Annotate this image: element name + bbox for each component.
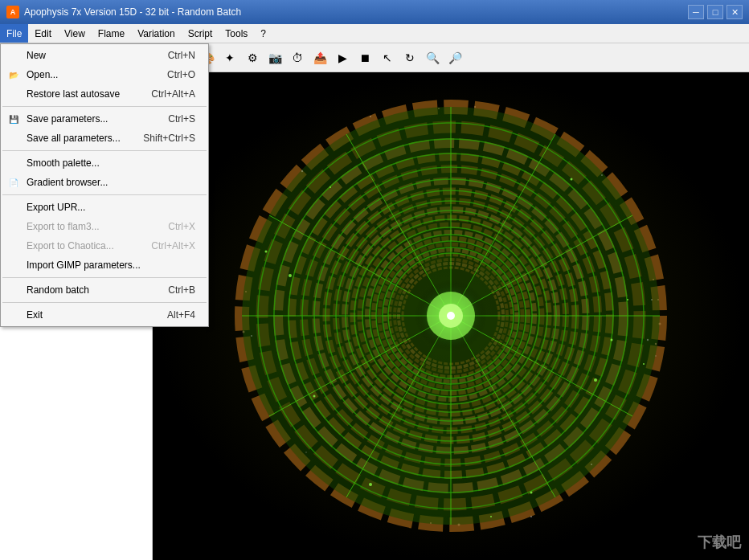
svg-point-58: [651, 299, 653, 300]
menu-open[interactable]: 📂 Open... Ctrl+O: [1, 65, 208, 84]
menu-script[interactable]: Script: [182, 24, 219, 43]
title-bar: A Apophysis 7x Version 15D - 32 bit - Ra…: [0, 0, 749, 24]
menu-view[interactable]: View: [58, 24, 92, 43]
fractal-svg: [153, 72, 749, 560]
svg-point-48: [627, 299, 628, 300]
menu-tools[interactable]: Tools: [219, 24, 254, 43]
doc-icon: 📄: [7, 176, 20, 189]
svg-point-47: [594, 378, 597, 382]
svg-point-60: [655, 355, 657, 357]
separator-2: [2, 150, 207, 151]
menu-export-flam3: Export to flam3... Ctrl+X: [1, 217, 208, 236]
svg-point-71: [447, 312, 455, 320]
svg-point-61: [251, 335, 252, 337]
svg-point-75: [653, 279, 654, 280]
watermark: 下载吧: [698, 533, 741, 552]
toolbar-camera-btn[interactable]: 📷: [264, 47, 285, 68]
toolbar-zoomin-btn[interactable]: 🔍: [422, 47, 443, 68]
svg-point-80: [474, 106, 476, 108]
menu-help[interactable]: ?: [254, 24, 272, 43]
svg-point-67: [301, 170, 303, 172]
svg-point-53: [530, 492, 533, 494]
canvas-area[interactable]: 下载吧: [153, 72, 749, 560]
toolbar-cursor-btn[interactable]: ↖: [377, 47, 398, 68]
svg-point-57: [490, 516, 492, 517]
svg-point-50: [289, 274, 292, 277]
svg-point-56: [265, 251, 268, 253]
menu-variation[interactable]: Variation: [131, 24, 181, 43]
menu-import-gimp[interactable]: Import GIMP parameters...: [1, 255, 208, 275]
menu-restore[interactable]: Restore last autosave Ctrl+Alt+A: [1, 84, 208, 104]
separator-5: [2, 302, 207, 303]
svg-point-55: [643, 363, 645, 365]
svg-point-72: [659, 323, 661, 325]
svg-point-51: [571, 178, 573, 181]
menu-flame[interactable]: Flame: [92, 24, 131, 43]
separator-4: [2, 277, 207, 278]
menu-save[interactable]: 💾 Save parameters... Ctrl+S: [1, 109, 208, 129]
svg-point-78: [458, 524, 460, 526]
svg-point-79: [430, 522, 432, 524]
menu-bar: File Edit View Flame Variation Script To…: [0, 24, 749, 43]
menu-edit[interactable]: Edit: [28, 24, 58, 43]
toolbar-transform-btn[interactable]: ✦: [219, 47, 240, 68]
svg-point-65: [305, 452, 307, 453]
minimize-button[interactable]: ─: [688, 5, 704, 19]
menu-export-upr[interactable]: Export UPR...: [1, 198, 208, 217]
svg-point-54: [369, 483, 372, 486]
file-dropdown: New Ctrl+N 📂 Open... Ctrl+O Restore last…: [0, 43, 209, 327]
toolbar-stop-btn[interactable]: ⏹: [354, 47, 375, 68]
svg-point-52: [329, 186, 331, 188]
svg-point-81: [438, 108, 440, 109]
toolbar-export-btn[interactable]: 📤: [309, 47, 330, 68]
svg-point-77: [245, 291, 247, 292]
toolbar-refresh-btn[interactable]: ↻: [399, 47, 420, 68]
toolbar-options-btn[interactable]: ⚙: [242, 47, 263, 68]
window-controls: ─ □ ✕: [688, 5, 743, 19]
svg-point-62: [530, 516, 532, 517]
svg-point-59: [647, 339, 649, 341]
menu-gradient-browser[interactable]: 📄 Gradient browser...: [1, 173, 208, 192]
menu-exit[interactable]: Exit Alt+F4: [1, 305, 208, 325]
svg-point-74: [655, 343, 657, 345]
menu-export-chaotica: Export to Chaotica... Ctrl+Alt+X: [1, 236, 208, 255]
title-text: Apophysis 7x Version 15D - 32 bit - Rand…: [24, 6, 688, 18]
maximize-button[interactable]: □: [707, 5, 723, 19]
menu-new[interactable]: New Ctrl+N: [1, 46, 208, 65]
menu-random-batch[interactable]: Random batch Ctrl+B: [1, 280, 208, 300]
toolbar-zoomout-btn[interactable]: 🔎: [444, 47, 465, 68]
svg-point-76: [243, 331, 245, 333]
app-icon: A: [6, 6, 19, 18]
svg-point-63: [370, 116, 371, 117]
separator-1: [2, 106, 207, 107]
save-icon: 💾: [7, 112, 20, 125]
separator-3: [2, 194, 207, 195]
svg-point-66: [601, 174, 603, 176]
fractal-rings: [242, 106, 661, 526]
svg-point-73: [657, 299, 659, 300]
svg-point-64: [591, 464, 592, 465]
svg-point-49: [313, 395, 316, 398]
menu-save-all[interactable]: Save all parameters... Shift+Ctrl+S: [1, 129, 208, 148]
menu-file[interactable]: File: [0, 24, 28, 43]
toolbar-timing-btn[interactable]: ⏱: [287, 47, 308, 68]
toolbar-preview-btn[interactable]: ▶: [332, 47, 353, 68]
svg-point-46: [611, 339, 613, 341]
menu-smooth-palette[interactable]: Smooth palette...: [1, 153, 208, 173]
close-button[interactable]: ✕: [726, 5, 743, 19]
open-folder-icon: 📂: [7, 68, 20, 81]
